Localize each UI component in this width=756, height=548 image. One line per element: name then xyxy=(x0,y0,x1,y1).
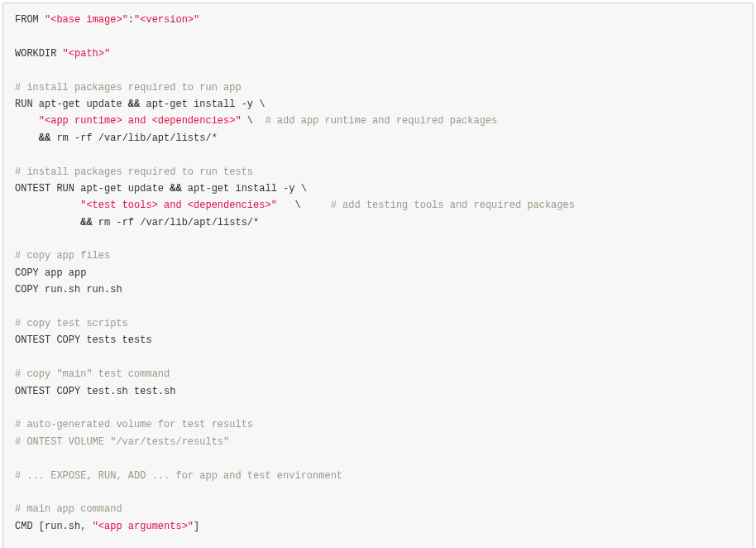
code-token-text xyxy=(15,132,39,144)
code-token-text xyxy=(15,199,80,211)
code-token-operator: && xyxy=(39,132,50,144)
code-token-text xyxy=(15,115,39,127)
code-token-text: ONTEST COPY test.sh test.sh xyxy=(15,386,175,397)
code-token-comment: # install packages required to run tests xyxy=(15,166,253,178)
code-token-string: "<path>" xyxy=(63,48,111,60)
code-token-text xyxy=(15,217,80,228)
code-token-string: "<version>" xyxy=(134,14,199,26)
code-token-text: CMD [run.sh, xyxy=(15,521,93,532)
code-token-comment: # ... EXPOSE, RUN, ADD ... for app and t… xyxy=(15,470,342,482)
code-token-text: COPY app app xyxy=(15,267,86,279)
code-token-comment: # main app command xyxy=(15,503,122,515)
code-token-text: rm -rf /var/lib/apt/lists/* xyxy=(50,132,218,144)
code-token-comment: # copy test scripts xyxy=(15,318,128,329)
code-token-comment: # copy app files xyxy=(15,250,110,262)
code-token-operator: && xyxy=(80,217,92,228)
code-token-text: COPY run.sh run.sh xyxy=(15,284,122,296)
code-token-text: rm -rf /var/lib/apt/lists/* xyxy=(93,217,260,228)
code-token-comment: # copy "main" test command xyxy=(15,368,170,380)
code-token-comment: # add testing tools and required package… xyxy=(331,199,575,211)
code-token-text: : xyxy=(128,14,134,26)
code-token-comment: # ONTEST VOLUME "/var/tests/results" xyxy=(15,436,229,448)
code-token-comment: # install packages required to run app xyxy=(15,82,242,94)
code-token-string: "<test tools> and <dependencies>" xyxy=(80,199,277,211)
code-token-comment: # auto-generated volume for test results xyxy=(15,419,253,430)
code-block: FROM "<base image>":"<version>" WORKDIR … xyxy=(2,2,754,548)
code-token-operator: && xyxy=(128,99,140,110)
code-token-text: apt-get install -y \ xyxy=(140,99,265,110)
code-token-text: WORKDIR xyxy=(15,48,63,60)
code-token-string: "<base image>" xyxy=(45,14,128,26)
code-token-operator: && xyxy=(170,183,181,195)
code-content: FROM "<base image>":"<version>" WORKDIR … xyxy=(15,12,741,548)
code-token-text: \ xyxy=(277,199,331,211)
code-token-text: ] xyxy=(194,521,199,532)
code-token-text: \ xyxy=(242,115,266,127)
code-token-comment: # add app runtime and required packages xyxy=(265,115,497,127)
code-token-text: FROM xyxy=(15,14,45,26)
code-token-text: apt-get install -y \ xyxy=(182,183,307,195)
code-token-text: RUN apt-get update xyxy=(15,99,128,110)
code-token-text: ONTEST RUN apt-get update xyxy=(15,183,170,195)
code-token-string: "<app arguments>" xyxy=(93,521,194,532)
code-token-string: "<app runtime> and <dependencies>" xyxy=(39,115,242,127)
code-token-text: ONTEST COPY tests tests xyxy=(15,334,152,346)
